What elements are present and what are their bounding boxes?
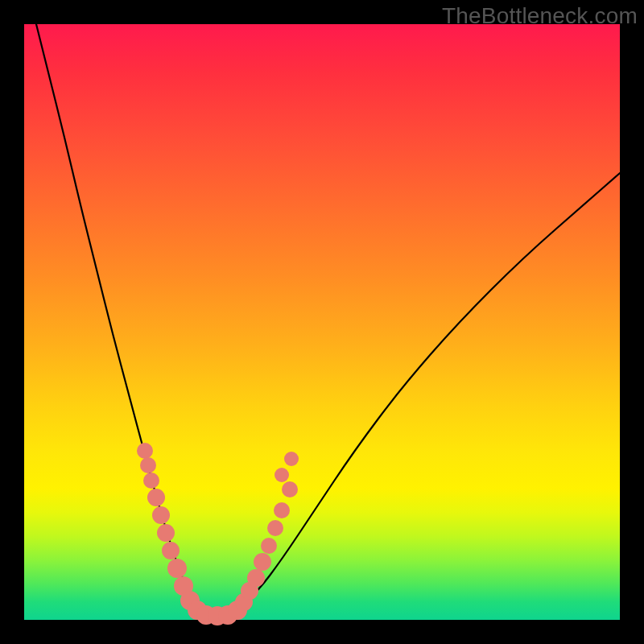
scatter-dot bbox=[157, 524, 175, 542]
bottleneck-curve bbox=[36, 24, 620, 615]
curve-svg bbox=[24, 24, 620, 620]
scatter-dots-group bbox=[137, 443, 299, 625]
scatter-dot bbox=[274, 502, 290, 518]
scatter-dot bbox=[267, 520, 283, 536]
scatter-dot bbox=[275, 468, 289, 482]
scatter-dot bbox=[261, 538, 277, 554]
scatter-dot bbox=[167, 559, 187, 578]
scatter-dot bbox=[282, 481, 298, 497]
scatter-dot bbox=[140, 457, 156, 473]
scatter-dot bbox=[284, 452, 299, 466]
outer-frame: TheBottleneck.com bbox=[0, 0, 644, 644]
gradient-plot-area bbox=[24, 24, 620, 620]
scatter-dot bbox=[254, 553, 271, 571]
scatter-dot bbox=[247, 569, 265, 587]
scatter-dot bbox=[143, 473, 159, 489]
scatter-dot bbox=[162, 542, 180, 559]
scatter-dot bbox=[137, 443, 153, 459]
scatter-dot bbox=[152, 506, 170, 524]
scatter-dot bbox=[147, 489, 165, 506]
watermark-text: TheBottleneck.com bbox=[442, 3, 638, 29]
